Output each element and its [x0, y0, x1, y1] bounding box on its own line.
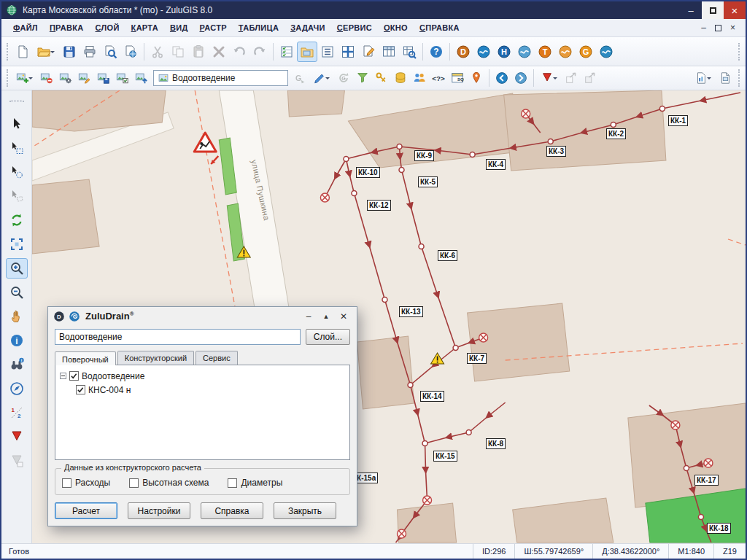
option-height-scheme[interactable]: Высотная схема — [129, 478, 209, 488]
select-tool-button[interactable] — [6, 114, 28, 134]
print-map-button[interactable] — [716, 69, 735, 88]
select-rect-tool-button[interactable] — [6, 138, 28, 158]
redo-button[interactable] — [249, 42, 270, 62]
menu-file[interactable]: ФАЙЛ — [7, 21, 44, 34]
select-area-tool-button[interactable] — [6, 186, 28, 206]
layer-edit-button[interactable] — [75, 69, 94, 88]
layer-save-button[interactable] — [94, 69, 113, 88]
nav-back-button[interactable] — [492, 69, 511, 88]
zoom-out-button[interactable] — [6, 282, 28, 303]
zoom-extent-button[interactable] — [6, 234, 28, 254]
settings-button[interactable]: Настройки — [128, 502, 190, 519]
diameters-checkbox[interactable] — [228, 478, 237, 488]
zuludrain-network-button[interactable] — [473, 42, 494, 62]
layers-panel-button[interactable] — [297, 42, 317, 62]
toolbar-drag-handle[interactable] — [7, 43, 9, 61]
tab-verification[interactable]: Поверочный — [55, 351, 116, 365]
add-layer-button[interactable] — [12, 69, 37, 88]
help-dialog-button[interactable]: Справка — [201, 502, 263, 519]
report-button[interactable] — [691, 69, 716, 88]
menu-tasks[interactable]: ЗАДАЧИ — [285, 21, 331, 34]
layer-name-field[interactable] — [55, 329, 301, 345]
tree-item-root[interactable]: Водоотведение — [60, 369, 345, 383]
navigator-button[interactable] — [6, 378, 28, 399]
cut-button[interactable] — [147, 42, 168, 62]
menu-help[interactable]: СПРАВКА — [414, 21, 465, 34]
zuluthermo-network-button[interactable] — [555, 42, 576, 62]
print-button[interactable] — [80, 42, 100, 62]
new-map-button[interactable] — [12, 42, 33, 62]
menu-window[interactable]: ОКНО — [378, 21, 414, 34]
zulugaz-network-button[interactable] — [596, 42, 616, 62]
option-flows[interactable]: Расходы — [62, 478, 110, 488]
dialog-minimize-button[interactable]: – — [301, 310, 317, 323]
layer-remove-button[interactable] — [37, 69, 56, 88]
calculate-button[interactable]: Расчет — [55, 502, 117, 519]
menu-service[interactable]: СЕРВИС — [331, 21, 378, 34]
menu-view[interactable]: ВИД — [164, 21, 194, 34]
recalculate-button[interactable]: G — [334, 69, 353, 88]
dialog-pin-button[interactable]: ▲ — [318, 310, 334, 323]
edit-mode-button[interactable] — [358, 42, 379, 62]
tab-design[interactable]: Конструкторский — [117, 351, 194, 365]
delete-button[interactable] — [209, 42, 229, 62]
menu-layer[interactable]: СЛОЙ — [90, 21, 125, 34]
find-map-button[interactable] — [100, 42, 120, 62]
attributes-table-button[interactable] — [379, 42, 399, 62]
toolbar-drag-handle[interactable] — [738, 69, 740, 87]
layer-select-button[interactable]: Слой... — [306, 329, 350, 345]
apply-changes-button[interactable]: G — [290, 69, 309, 88]
add-marker-button[interactable] — [6, 427, 28, 447]
zuluhydro-button[interactable]: H — [494, 42, 514, 62]
window-minimize-button[interactable]: – — [680, 1, 702, 19]
user-groups-button[interactable] — [410, 69, 429, 88]
split-window-button[interactable] — [338, 42, 358, 62]
export-fragment-button[interactable] — [581, 69, 600, 88]
layer-settings-button[interactable] — [56, 69, 75, 88]
network-tree[interactable]: Водоотведение КНС-004 н — [55, 365, 350, 460]
zulugaz-button[interactable]: G — [576, 42, 596, 62]
mdi-restore-button[interactable] — [715, 25, 721, 31]
select-circle-tool-button[interactable] — [6, 162, 28, 182]
flows-checkbox[interactable] — [62, 478, 71, 488]
toolbar-drag-handle[interactable] — [7, 69, 9, 87]
toolbar-drag-handle[interactable] — [738, 43, 740, 61]
kns-checkbox[interactable] — [76, 385, 85, 394]
query-button[interactable]: <?> — [429, 69, 448, 88]
dialog-title-bar[interactable]: D ZuluDrain® – ▲ ✕ — [48, 307, 357, 326]
pan-tool-button[interactable] — [6, 306, 28, 327]
export-map-button[interactable] — [562, 69, 581, 88]
legend-button[interactable] — [317, 42, 338, 62]
object-list-button[interactable] — [276, 42, 297, 62]
help-button[interactable]: ? — [426, 42, 446, 62]
zuludrain-button[interactable]: D — [453, 42, 473, 62]
layer-move-up-button[interactable] — [132, 69, 151, 88]
address-pin-button[interactable] — [467, 69, 486, 88]
tab-service[interactable]: Сервис — [196, 351, 238, 365]
filter-button[interactable] — [353, 69, 372, 88]
option-diameters[interactable]: Диаметры — [228, 478, 282, 488]
open-map-button[interactable] — [33, 42, 59, 62]
remove-marker-button[interactable] — [6, 451, 28, 471]
measure-button[interactable]: 12 — [6, 402, 28, 423]
refresh-button[interactable] — [6, 210, 28, 230]
sql-editor-button[interactable]: SQL — [448, 69, 467, 88]
active-layer-combo[interactable]: Водоотведение — [153, 70, 288, 86]
map-properties-button[interactable] — [120, 42, 141, 62]
close-dialog-button[interactable]: Закрыть — [274, 502, 336, 519]
zuluthermo-button[interactable]: T — [535, 42, 555, 62]
nav-forward-button[interactable] — [511, 69, 530, 88]
find-in-table-button[interactable] — [399, 42, 419, 62]
window-close-button[interactable]: × — [724, 1, 746, 19]
dialog-close-button[interactable]: ✕ — [336, 310, 352, 323]
tree-item-kns[interactable]: КНС-004 н — [60, 383, 345, 397]
tree-collapse-icon[interactable] — [60, 373, 66, 379]
save-button[interactable] — [59, 42, 80, 62]
mdi-close-button[interactable]: × — [730, 23, 735, 33]
find-object-button[interactable]: i — [6, 354, 28, 375]
map-viewport[interactable]: улица Пушкина — [32, 90, 746, 543]
zoom-in-button[interactable] — [6, 258, 28, 279]
menu-edit[interactable]: ПРАВКА — [44, 21, 90, 34]
object-info-button[interactable]: i — [6, 330, 28, 351]
mdi-minimize-button[interactable]: – — [701, 23, 706, 33]
